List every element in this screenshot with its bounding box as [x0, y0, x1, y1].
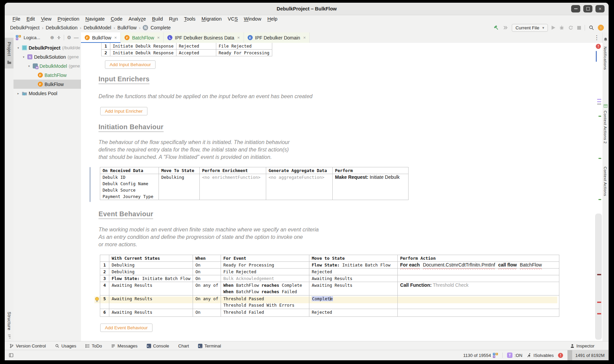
stripe-mark: [598, 158, 601, 159]
tree-item-bulkflow[interactable]: F BulkFlow: [13, 80, 81, 89]
context-actions-grid-icon[interactable]: [604, 104, 608, 108]
tool-tab-project[interactable]: Project: [5, 38, 13, 68]
tree-item-batchflow[interactable]: F BatchFlow: [13, 71, 81, 80]
event-row-5[interactable]: 5 Awaiting Results On any of Threshold P…: [100, 296, 559, 309]
tool-tab-notifications[interactable]: Notifications: [603, 47, 607, 70]
event-row-1[interactable]: 1 Debulking On Ready For Processing Flow…: [100, 262, 559, 269]
close-icon[interactable]: ×: [303, 35, 306, 40]
menu-run[interactable]: Run: [166, 16, 181, 22]
locate-icon[interactable]: ⊕: [50, 35, 54, 40]
gear-icon[interactable]: ⚙: [67, 35, 71, 40]
tool-button-chart[interactable]: Chart: [178, 343, 189, 348]
event-row-2[interactable]: 2 Debulking On File Rejected Rejected: [100, 269, 559, 275]
error-count-badge[interactable]: !: [596, 44, 601, 49]
breadcrumb-current[interactable]: Complete: [150, 25, 171, 30]
tool-button-console[interactable]: ▸_ Console: [147, 343, 169, 348]
add-input-enricher-button[interactable]: Add Input Enricher: [100, 107, 147, 115]
add-event-behaviour-button[interactable]: Add Event Behaviour: [100, 324, 152, 332]
tree-item-debulkproject[interactable]: ▾ DebulkProject (/build/de: [13, 43, 81, 52]
menu-help[interactable]: Help: [264, 16, 280, 22]
tool-button-usages[interactable]: Usages: [55, 343, 76, 348]
stripe-mark: [597, 99, 601, 100]
tree-item-debulksolution[interactable]: ▾ S DebulkSolution (gene: [13, 52, 81, 61]
chevron-down-icon[interactable]: ▾: [22, 55, 26, 59]
intention-bulb-icon[interactable]: [94, 297, 100, 303]
breadcrumb-project[interactable]: DebulkProject: [10, 25, 39, 30]
profiler-icon[interactable]: [568, 25, 574, 30]
position-widget[interactable]: 1130 of 19554 DLS: [463, 353, 498, 358]
menu-window[interactable]: Window: [241, 16, 264, 22]
menu-analyze[interactable]: Analyze: [125, 16, 149, 22]
menu-edit[interactable]: Edit: [23, 16, 38, 22]
tool-button-messages[interactable]: Messages: [111, 343, 137, 348]
tab-ipf-debulker-domain[interactable]: E IPF Debulker Domain ×: [244, 32, 310, 43]
tool-button-version-control[interactable]: Version Control: [9, 343, 46, 348]
close-icon[interactable]: ×: [114, 35, 117, 40]
menu-file[interactable]: File: [9, 16, 23, 22]
more-tabs-icon[interactable]: ⋮: [591, 34, 603, 41]
add-input-behaviour-button[interactable]: Add Input Behaviour: [105, 60, 156, 69]
table-row[interactable]: 2 Initiate Debulk Response Accepted Read…: [102, 50, 272, 56]
typesystem-widget[interactable]: T :ON: [507, 353, 522, 358]
tool-button-terminal[interactable]: ▸_ Terminal: [198, 343, 221, 348]
tool-tab-context-actions[interactable]: Context Actions: [603, 167, 607, 196]
menu-vcs[interactable]: VCS: [225, 16, 241, 22]
close-icon[interactable]: ×: [157, 35, 160, 40]
minimize-button[interactable]: [571, 5, 580, 12]
menu-migration[interactable]: Migration: [198, 16, 225, 22]
debug-bug-icon[interactable]: [559, 25, 564, 30]
tool-tab-context-actions-2[interactable]: Context Actions 2: [603, 111, 607, 144]
run-configuration-select[interactable]: Current File ▾: [512, 24, 548, 32]
right-tool-strip: Notifications Context Actions 2 Context …: [602, 32, 609, 341]
maximize-button[interactable]: [583, 5, 592, 12]
breadcrumb-model[interactable]: DebulkModel: [84, 25, 111, 30]
memory-indicator[interactable]: 1491 of 8192M: [567, 350, 609, 360]
collapse-all-icon[interactable]: [57, 35, 61, 40]
error-indicator-icon[interactable]: !: [558, 353, 563, 358]
breadcrumb-bulkflow[interactable]: BulkFlow: [117, 25, 137, 30]
tool-tab-structure[interactable]: Structure: [5, 312, 13, 339]
tab-bulkflow[interactable]: F BulkFlow ×: [81, 32, 121, 43]
run-icon[interactable]: [552, 26, 555, 30]
tab-ipf-debulker-business-data[interactable]: L IPF Debulker Business Data ×: [164, 32, 244, 43]
dsl-icon: DLS: [493, 353, 498, 358]
event-row-3[interactable]: 3 Flow State: Initiate Batch Flow On Bul…: [100, 275, 559, 282]
menu-tools[interactable]: Tools: [181, 16, 198, 22]
notifications-bell-icon[interactable]: [603, 37, 608, 42]
menu-projection[interactable]: Projection: [55, 16, 82, 22]
menu-build[interactable]: Build: [149, 16, 166, 22]
chevron-down-icon[interactable]: ▾: [16, 46, 20, 50]
table-row[interactable]: Debulk ID Debulk Config Name Debulk Sour…: [100, 174, 409, 200]
stop-icon[interactable]: [577, 26, 581, 30]
input-behaviour-table[interactable]: 1 Initiate Debulk Response Rejected File…: [101, 43, 272, 56]
tab-batchflow[interactable]: F BatchFlow ×: [121, 32, 164, 43]
scrollbar-thumb[interactable]: [595, 214, 602, 340]
solvables-widget[interactable]: ISolvables: [527, 353, 554, 358]
breadcrumb-solution[interactable]: DebulkSolution: [46, 25, 78, 30]
table-row[interactable]: 1 Initiate Debulk Response Rejected File…: [102, 43, 272, 50]
chevron-down-icon[interactable]: ▾: [27, 64, 31, 68]
event-row-4[interactable]: 4 Awaiting Results On any of When BatchF…: [100, 282, 559, 296]
event-row-6[interactable]: 6 Awaiting Results On Threshold Failed R…: [100, 309, 559, 317]
hide-panel-icon[interactable]: —: [74, 35, 79, 40]
tree-item-debulkmodel[interactable]: ▾ M DebulkModel (gene: [13, 61, 81, 71]
close-button[interactable]: ×: [595, 5, 605, 12]
search-icon[interactable]: [589, 25, 594, 30]
project-view-title[interactable]: Logica...: [24, 35, 40, 40]
event-behaviour-table[interactable]: With Current States When For Event Move …: [100, 255, 559, 317]
menu-view[interactable]: View: [38, 16, 54, 22]
tool-button-todo[interactable]: ToDo: [85, 343, 102, 348]
initiation-behaviour-table[interactable]: On Received Data Move To State Perform E…: [100, 167, 409, 200]
tool-button-inspector[interactable]: Inspector: [570, 343, 594, 348]
chevron-right-icon[interactable]: ▸: [16, 92, 20, 95]
menu-code[interactable]: Code: [108, 16, 125, 22]
layout-toggle-icon[interactable]: [9, 353, 13, 358]
menu-navigate[interactable]: Navigate: [82, 16, 108, 22]
commit-arrows-icon[interactable]: [503, 25, 508, 30]
update-icon[interactable]: ↑: [598, 25, 604, 31]
editor-surface[interactable]: 1 Initiate Debulk Response Rejected File…: [81, 43, 603, 341]
tree-item-modules-pool[interactable]: ▸ Modules Pool: [13, 89, 81, 98]
build-hammer-icon[interactable]: [494, 25, 499, 30]
event-behaviour-description: The working model is an event driven fin…: [99, 226, 319, 248]
close-icon[interactable]: ×: [237, 35, 240, 40]
